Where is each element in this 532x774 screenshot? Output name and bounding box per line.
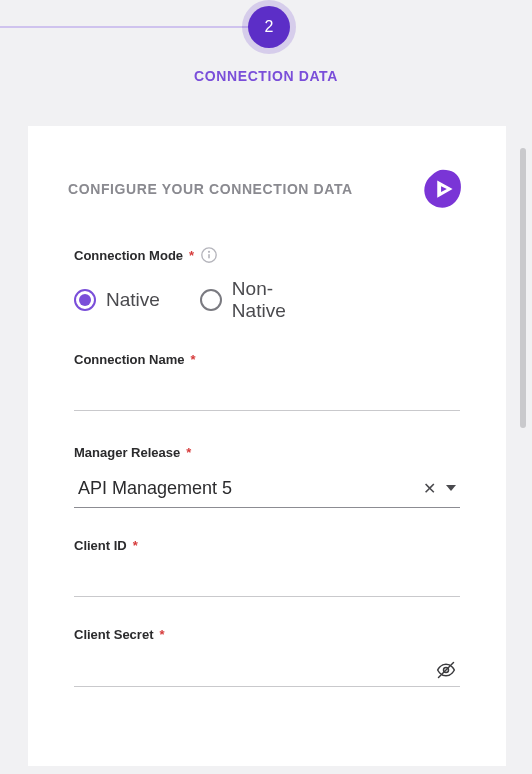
info-icon[interactable] bbox=[200, 246, 218, 264]
radio-circle-icon bbox=[200, 289, 222, 311]
radio-native[interactable]: Native bbox=[74, 289, 160, 311]
chevron-down-icon[interactable] bbox=[446, 485, 456, 491]
connection-name-label: Connection Name bbox=[74, 352, 185, 367]
connection-mode-label: Connection Mode bbox=[74, 248, 183, 263]
required-marker: * bbox=[189, 248, 194, 263]
card: CONFIGURE YOUR CONNECTION DATA Connectio… bbox=[28, 126, 506, 766]
manager-release-label: Manager Release bbox=[74, 445, 180, 460]
stepper-number: 2 bbox=[265, 18, 274, 36]
radio-nonnative-label: Non-Native bbox=[232, 278, 302, 322]
client-secret-input[interactable] bbox=[78, 661, 436, 679]
svg-point-1 bbox=[208, 251, 210, 253]
required-marker: * bbox=[191, 352, 196, 367]
clear-icon[interactable]: ✕ bbox=[423, 479, 436, 498]
manager-release-value: API Management 5 bbox=[78, 478, 232, 499]
radio-nonnative[interactable]: Non-Native bbox=[200, 278, 302, 322]
client-id-input[interactable] bbox=[78, 571, 456, 589]
connection-name-input[interactable] bbox=[78, 385, 456, 403]
manager-release-select[interactable]: API Management 5 ✕ bbox=[74, 470, 460, 508]
required-marker: * bbox=[186, 445, 191, 460]
client-secret-label: Client Secret bbox=[74, 627, 153, 642]
card-title: CONFIGURE YOUR CONNECTION DATA bbox=[68, 181, 353, 197]
required-marker: * bbox=[133, 538, 138, 553]
visibility-off-icon[interactable] bbox=[436, 660, 456, 680]
scrollbar-thumb[interactable] bbox=[520, 148, 526, 428]
brand-logo-icon bbox=[420, 166, 466, 212]
stepper-title: CONNECTION DATA bbox=[0, 68, 532, 84]
stepper-line bbox=[0, 26, 256, 28]
required-marker: * bbox=[159, 627, 164, 642]
client-id-label: Client ID bbox=[74, 538, 127, 553]
svg-rect-2 bbox=[208, 254, 210, 259]
stepper-badge: 2 bbox=[248, 6, 290, 48]
radio-native-label: Native bbox=[106, 289, 160, 311]
radio-circle-icon bbox=[74, 289, 96, 311]
